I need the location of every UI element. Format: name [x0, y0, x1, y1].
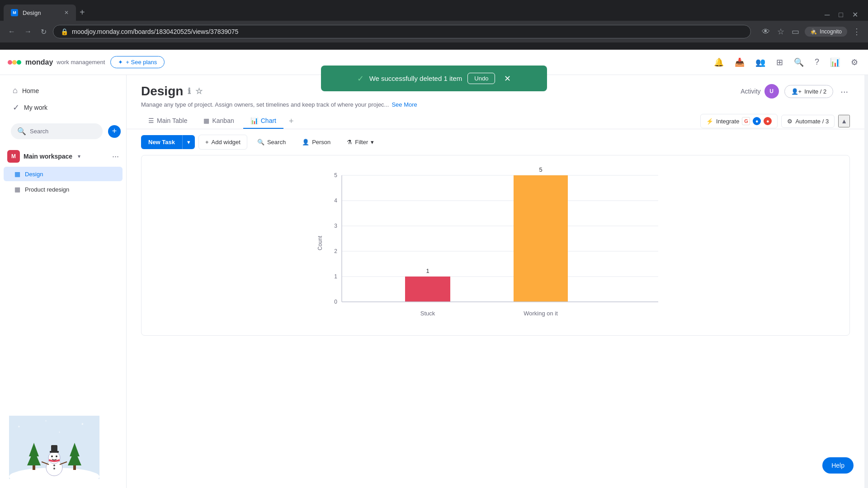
close-btn[interactable]: ✕ — [849, 9, 861, 21]
svg-point-19 — [53, 465, 55, 466]
invite-btn[interactable]: 👤+ Invite / 2 — [784, 85, 834, 98]
person-icon: 👤 — [302, 139, 309, 145]
tab-add-btn[interactable]: + — [285, 115, 297, 128]
logo-text: monday — [25, 58, 53, 66]
nav-item-product-label: Product redesign — [25, 186, 69, 193]
kanban-icon: ▦ — [203, 117, 209, 124]
collapse-btn[interactable]: ▲ — [838, 115, 850, 127]
mywork-label: My work — [24, 104, 47, 111]
new-tab-btn[interactable]: + — [76, 7, 89, 18]
tab-close-btn[interactable]: ✕ — [64, 9, 69, 16]
activity-label: Activity — [741, 88, 760, 95]
board-toolbar: New Task ▾ + Add widget 🔍 Search 👤 Perso… — [127, 129, 864, 155]
person-toolbar-btn[interactable]: 👤 Person — [296, 135, 337, 149]
nav-item-design-icon: ▦ — [14, 170, 20, 178]
svg-text:Count: Count — [317, 235, 323, 250]
board-title-text: Design — [141, 84, 183, 99]
stuck-bar — [405, 277, 450, 302]
workspace-chevron-icon: ▾ — [78, 153, 80, 160]
activity-section: Activity U — [741, 84, 778, 99]
filter-icon: ⚗ — [347, 139, 352, 145]
notification-btn[interactable]: 🔔 — [711, 55, 726, 70]
integrate-btn[interactable]: ⚡ Integrate G ● ● — [700, 114, 778, 128]
tabs-left: ☰ Main Table ▦ Kanban 📊 Chart + — [141, 113, 297, 129]
toast-check-icon: ✓ — [357, 74, 364, 84]
refresh-btn[interactable]: ↻ — [38, 26, 49, 38]
extensions-btn[interactable]: ⋮ — [851, 25, 863, 38]
invite-icon: 👤+ — [791, 88, 802, 95]
svg-text:*: * — [18, 425, 20, 430]
star-btn[interactable]: ☆ — [775, 25, 786, 38]
apps-btn[interactable]: ⊞ — [774, 55, 786, 70]
settings-btn[interactable]: ⚙ — [848, 55, 861, 70]
bar-chart: 5 4 3 2 1 0 Count 1 Stuck — [152, 166, 839, 329]
gmail-integration-icon: G — [742, 117, 750, 125]
board-more-btn[interactable]: ··· — [839, 84, 850, 99]
add-widget-btn[interactable]: + Add widget — [198, 135, 247, 150]
search-btn[interactable]: 🔍 — [791, 55, 807, 70]
svg-text:Stuck: Stuck — [420, 310, 435, 317]
eye-off-btn[interactable]: 👁 — [760, 25, 772, 38]
see-plans-btn[interactable]: ✦ + See plans — [110, 56, 165, 68]
sidebar-add-btn[interactable]: + — [108, 125, 121, 138]
toast-undo-btn[interactable]: Undo — [467, 73, 495, 84]
right-scrollbar[interactable] — [864, 50, 868, 488]
search-toolbar-btn[interactable]: 🔍 Search — [251, 135, 292, 149]
search-toolbar-icon: 🔍 — [257, 139, 264, 145]
info-icon[interactable]: ℹ — [188, 86, 191, 96]
new-task-label: New Task — [148, 139, 175, 145]
workspace-header[interactable]: M Main workspace ▾ ··· — [0, 146, 126, 166]
star-icon[interactable]: ☆ — [195, 86, 203, 96]
back-btn[interactable]: ← — [5, 26, 18, 38]
analytics-btn[interactable]: 📊 — [827, 55, 843, 70]
sidebar-item-product-redesign[interactable]: ▦ Product redesign — [4, 182, 123, 197]
sidebar-search[interactable]: 🔍 Search — [11, 123, 103, 139]
sidebar-mywork-item[interactable]: ✓ My work — [4, 99, 123, 116]
automate-btn[interactable]: ⚙ Automate / 3 — [781, 115, 835, 128]
table-icon: ☰ — [148, 117, 154, 124]
filter-toolbar-btn[interactable]: ⚗ Filter ▾ — [340, 135, 380, 149]
sidebar-home-item[interactable]: ⌂ Home — [4, 82, 123, 99]
integrate-label: Integrate — [716, 118, 739, 125]
add-widget-label: Add widget — [212, 139, 241, 145]
incognito-label: Incognito — [820, 28, 842, 35]
toast-close-btn[interactable]: ✕ — [504, 74, 511, 84]
sidebar-toggle-btn[interactable]: ▭ — [790, 25, 801, 38]
browser-chrome: M Design ✕ + ─ □ ✕ ← → ↻ 🔒 moodjoy.monda… — [0, 0, 868, 50]
maximize-btn[interactable]: □ — [836, 9, 846, 21]
svg-point-17 — [51, 455, 53, 457]
invite-label: Invite / 2 — [804, 88, 826, 95]
see-more-link[interactable]: See More — [392, 101, 417, 108]
chart-container: 5 4 3 2 1 0 Count 1 Stuck — [127, 155, 864, 488]
minimize-btn[interactable]: ─ — [822, 9, 832, 21]
new-task-group: New Task ▾ — [141, 135, 195, 149]
board-description: Manage any type of project. Assign owner… — [141, 101, 389, 108]
address-bar[interactable]: 🔒 moodjoy.monday.com/boards/1830420525/v… — [53, 25, 751, 38]
tab-main-table[interactable]: ☰ Main Table — [141, 113, 194, 129]
tab-kanban[interactable]: ▦ Kanban — [196, 113, 241, 129]
browser-nav: ← → ↻ 🔒 moodjoy.monday.com/boards/183042… — [0, 21, 868, 42]
people-btn[interactable]: 👥 — [753, 55, 768, 70]
main-content: Design ℹ ☆ Manage any type of project. A… — [127, 75, 864, 488]
tab-kanban-label: Kanban — [212, 117, 234, 124]
tab-chart-label: Chart — [261, 117, 276, 124]
sidebar-item-design[interactable]: ▦ Design — [4, 167, 123, 181]
filter-label: Filter — [355, 139, 368, 145]
new-task-dropdown-btn[interactable]: ▾ — [182, 135, 195, 149]
blue-integration-icon: ● — [753, 117, 761, 125]
svg-text:2: 2 — [334, 248, 337, 254]
chart-wrapper: 5 4 3 2 1 0 Count 1 Stuck — [141, 155, 850, 336]
toast-message: We successfully deleted 1 item — [369, 75, 462, 82]
svg-rect-10 — [73, 465, 76, 470]
new-task-btn[interactable]: New Task — [141, 135, 182, 149]
active-tab[interactable]: M Design ✕ — [4, 5, 76, 21]
svg-text:3: 3 — [334, 223, 337, 229]
svg-text:*: * — [45, 419, 47, 423]
inbox-btn[interactable]: 📥 — [732, 55, 747, 70]
workspace-more-icon[interactable]: ··· — [112, 152, 119, 161]
help-icon-btn[interactable]: ? — [812, 55, 822, 70]
tab-chart[interactable]: 📊 Chart — [243, 113, 283, 129]
svg-point-18 — [56, 455, 57, 457]
forward-btn[interactable]: → — [22, 26, 34, 38]
help-btn[interactable]: Help — [822, 457, 854, 474]
